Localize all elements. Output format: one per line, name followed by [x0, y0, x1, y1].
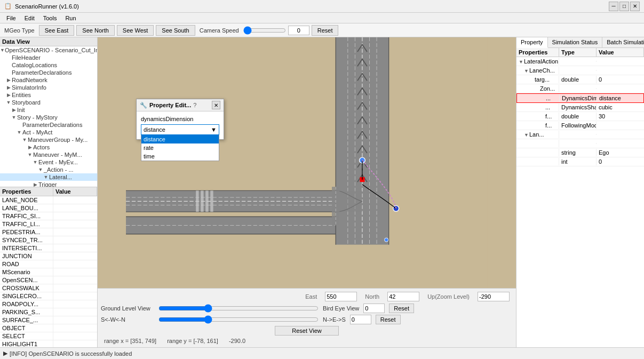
tree-item-14[interactable]: ▼Maneuver - MyM...: [0, 151, 97, 158]
tree-toggle[interactable]: ▶: [5, 77, 12, 83]
camera-speed-slider[interactable]: [243, 26, 286, 35]
tree-item-10[interactable]: ParameterDeclarations: [0, 121, 97, 129]
map-canvas[interactable]: [98, 37, 516, 288]
reset-view-button[interactable]: Reset View: [275, 326, 339, 336]
props-row-11[interactable]: CROSSWALK: [0, 284, 97, 292]
props-row-3[interactable]: TRAFFIC_LI...: [0, 220, 97, 228]
tree-toggle[interactable]: ▶: [27, 145, 33, 150]
popup-option-distance[interactable]: distance: [141, 135, 219, 143]
popup-select-header[interactable]: distance ▼: [141, 124, 219, 135]
tree-toggle[interactable]: ▼: [43, 174, 49, 180]
popup-option-time[interactable]: time: [141, 152, 219, 161]
tree-toggle[interactable]: ▼: [27, 152, 33, 157]
popup-help[interactable]: ?: [193, 102, 196, 108]
tree-toggle[interactable]: ▼: [5, 100, 12, 105]
props-row-1[interactable]: LANE_BOU...: [0, 204, 97, 212]
menu-run[interactable]: Run: [61, 13, 80, 23]
reset-button[interactable]: Reset: [312, 25, 339, 36]
right-tree-item-8[interactable]: ▼Lan...: [516, 130, 644, 139]
tab-property[interactable]: Property: [516, 37, 548, 48]
bird-eye-input[interactable]: 0: [363, 304, 385, 313]
menu-edit[interactable]: Edit: [20, 13, 39, 23]
right-toggle[interactable]: ▼: [524, 68, 529, 74]
props-row-18[interactable]: HIGHLIGHT1: [0, 340, 97, 347]
tree-item-11[interactable]: ▼Act - MyAct: [0, 129, 97, 136]
tree-toggle[interactable]: ▶: [32, 182, 38, 187]
tree-toggle[interactable]: ▼: [21, 137, 28, 142]
props-row-13[interactable]: ROADPOLY...: [0, 300, 97, 308]
tree-toggle[interactable]: ▼: [16, 130, 22, 135]
props-row-16[interactable]: OBJECT: [0, 324, 97, 332]
tree-item-18[interactable]: ▶Trigger: [0, 181, 97, 187]
tree-toggle[interactable]: ▶: [5, 92, 12, 98]
bird-eye-reset-button[interactable]: Reset: [389, 304, 414, 313]
props-row-6[interactable]: INTERSECTI...: [0, 244, 97, 252]
close-button[interactable]: ✕: [630, 2, 640, 11]
props-row-8[interactable]: ROAD: [0, 260, 97, 268]
ns-slider[interactable]: [158, 315, 319, 324]
see-south-button[interactable]: See South: [156, 25, 195, 36]
zoom-input[interactable]: -290: [478, 292, 510, 301]
right-tree-item-11[interactable]: int0: [516, 157, 644, 166]
props-row-0[interactable]: LANE_NODE: [0, 196, 97, 204]
right-tree-item-0[interactable]: ▼LateralAction: [516, 57, 644, 66]
tree-item-3[interactable]: ParameterDeclarations: [0, 69, 97, 76]
tree-item-8[interactable]: ▶Init: [0, 106, 97, 114]
maximize-button[interactable]: □: [619, 2, 629, 11]
tree-item-17[interactable]: ▼Lateral...: [0, 173, 97, 181]
right-tree-item-7[interactable]: f...FollowingMode: [516, 121, 644, 130]
tree-item-0[interactable]: ▼OpenSCENARIO - Scenario_Cut_In_1: [0, 46, 97, 54]
north-input[interactable]: 42: [387, 292, 419, 301]
props-row-17[interactable]: SELECT: [0, 332, 97, 340]
right-toggle[interactable]: ▼: [519, 59, 524, 65]
popup-option-rate[interactable]: rate: [141, 143, 219, 152]
right-toggle[interactable]: ▼: [524, 132, 529, 138]
ne-input[interactable]: 0: [350, 315, 371, 324]
props-row-2[interactable]: TRAFFIC_SI...: [0, 212, 97, 220]
minimize-button[interactable]: ─: [609, 2, 618, 11]
see-west-button[interactable]: See West: [117, 25, 154, 36]
right-tree-item-5[interactable]: ...DynamicsShapecubic: [516, 103, 644, 112]
tree-item-15[interactable]: ▼Event - MyEv...: [0, 158, 97, 166]
props-row-12[interactable]: SINGLECRO...: [0, 292, 97, 300]
menu-tools[interactable]: Tools: [39, 13, 61, 23]
ground-level-slider[interactable]: [158, 304, 319, 313]
see-east-button[interactable]: See East: [39, 25, 75, 36]
right-tree-item-4[interactable]: ...DynamicsDime...distance: [516, 93, 644, 103]
tree-toggle[interactable]: ▶: [5, 85, 12, 90]
tree-item-13[interactable]: ▶Actors: [0, 143, 97, 151]
tree-item-6[interactable]: ▶Entities: [0, 91, 97, 99]
right-tree-item-9[interactable]: [516, 139, 644, 148]
right-tree-item-2[interactable]: targ...double0: [516, 75, 644, 84]
right-tree-item-3[interactable]: Zon...: [516, 84, 644, 93]
east-input[interactable]: 550: [325, 292, 357, 301]
tree-item-1[interactable]: FileHeader: [0, 54, 97, 61]
tree-item-4[interactable]: ▶RoadNetwork: [0, 76, 97, 84]
props-row-9[interactable]: MScenario: [0, 268, 97, 276]
props-row-14[interactable]: PARKING_S...: [0, 308, 97, 316]
property-edit-dialog[interactable]: 🔧 Property Edit... ? ✕ dynamicsDimension…: [136, 99, 224, 140]
tree-item-7[interactable]: ▼Storyboard: [0, 99, 97, 106]
ne-reset-button[interactable]: Reset: [376, 315, 401, 324]
tree-toggle[interactable]: ▼: [0, 47, 5, 53]
title-bar-controls[interactable]: ─ □ ✕: [609, 2, 640, 11]
right-tree-item-1[interactable]: ▼LaneCh...: [516, 66, 644, 75]
props-row-5[interactable]: SYNCED_TR...: [0, 236, 97, 244]
see-north-button[interactable]: See North: [76, 25, 115, 36]
tree-toggle[interactable]: ▼: [11, 115, 17, 120]
camera-speed-input[interactable]: 0: [288, 26, 309, 35]
tree-toggle[interactable]: ▼: [32, 159, 38, 165]
props-row-10[interactable]: OpenSCEN...: [0, 276, 97, 284]
tree-item-9[interactable]: ▼Story - MyStory: [0, 114, 97, 121]
tree-toggle[interactable]: ▼: [37, 167, 44, 172]
right-tree-item-6[interactable]: f...double30: [516, 112, 644, 121]
tab-batch-simulation[interactable]: Batch Simulation: [602, 37, 644, 47]
tree-item-16[interactable]: ▼_Action - ...: [0, 166, 97, 173]
tree-item-5[interactable]: ▶SimulatorInfo: [0, 84, 97, 91]
tab-simulation-status[interactable]: Simulation Status: [548, 37, 603, 47]
tree-toggle[interactable]: ▶: [11, 107, 17, 113]
props-row-7[interactable]: JUNCTION: [0, 252, 97, 260]
props-row-4[interactable]: PEDESTRIA...: [0, 228, 97, 236]
menu-file[interactable]: File: [2, 13, 20, 23]
tree-item-12[interactable]: ▼ManeuverGroup - My...: [0, 136, 97, 143]
